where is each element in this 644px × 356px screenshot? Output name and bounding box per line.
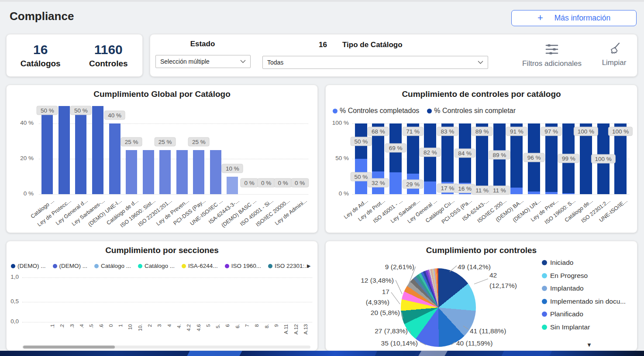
desktop-wallpaper-strip — [0, 351, 644, 356]
data-label: 100 % — [591, 154, 615, 164]
x-axis: Ley de Ad...Ley de Prot...ISO 45001 - ..… — [352, 195, 629, 232]
legend-dot-icon — [542, 286, 547, 291]
legend-item[interactable]: % Controles sin completar — [427, 107, 516, 115]
bar[interactable] — [143, 150, 154, 194]
wallpaper-shape — [415, 351, 449, 356]
data-label: 68 % — [368, 127, 389, 136]
legend-label: Sin Implantar — [550, 323, 590, 331]
legend-item[interactable]: Implantado — [542, 284, 584, 292]
stacked-bar-segment-completed[interactable] — [510, 188, 523, 194]
data-label: 32 % — [368, 178, 389, 188]
chart-title: Cumplimiento Global por Catálogo — [7, 89, 317, 99]
chart-cumplimiento-por-controles: Cumplimiento por controles 49 (14,2%)42(… — [325, 241, 637, 351]
sliders-icon — [544, 42, 560, 58]
data-label: 10 % — [222, 164, 243, 173]
legend-item[interactable]: % Controles completados — [333, 107, 419, 115]
data-label: 96 % — [523, 153, 545, 162]
pie-chart[interactable] — [401, 268, 476, 347]
x-axis-label: A.12 — [293, 324, 299, 335]
legend-more-arrow[interactable]: ▼ — [586, 342, 592, 348]
legend-item[interactable]: Sin Implantar — [542, 323, 590, 331]
bar[interactable] — [193, 150, 204, 194]
clear-filters-button[interactable]: Limpiar — [596, 41, 633, 67]
bar[interactable] — [126, 150, 137, 194]
x-axis-label: 4.6 — [196, 324, 201, 331]
data-label: 0 % — [291, 178, 309, 188]
plot-area: 40 %20 %0 %50 %50 %40 %25 %25 %25 %10 %0… — [39, 103, 308, 194]
estado-dropdown[interactable]: Selección múltiple — [155, 55, 251, 68]
chart-controles-por-catalogo: Cumplimiento de controles por catálogo %… — [325, 85, 637, 233]
x-axis-label: 2 — [147, 324, 152, 327]
x-axis-label: .6 — [99, 324, 104, 329]
data-label: 11 % — [489, 186, 510, 195]
gridline — [39, 194, 308, 195]
bar[interactable] — [176, 150, 188, 194]
y-axis-label: 20 % — [11, 155, 34, 161]
tipo-catalogo-dropdown[interactable]: Todas — [262, 56, 488, 69]
stacked-bar-segment-completed[interactable] — [528, 192, 540, 194]
legend-item[interactable]: Iniciado — [542, 259, 573, 267]
bar[interactable] — [92, 106, 103, 194]
pie-slice-label: 41 (11,88%) — [470, 326, 506, 336]
compliance-dashboard: Compliance + Más información 16 Catálogo… — [0, 0, 644, 356]
bar[interactable] — [59, 106, 70, 194]
data-label: 50 % — [70, 106, 92, 115]
stacked-bar-segment-completed[interactable] — [424, 181, 436, 194]
x-axis-label: Ley General ... — [406, 198, 438, 225]
data-label: 50 % — [350, 137, 372, 146]
x-axis-label: 1 — [118, 324, 123, 327]
stacked-bar-segment-completed[interactable] — [545, 192, 558, 194]
legend-label: En Progreso — [550, 272, 588, 280]
chart-legend: % Controles completados% Controles sin c… — [333, 107, 516, 115]
data-label: 29 % — [402, 179, 424, 188]
chart-title: Cumplimiento de controles por catálogo — [326, 89, 637, 99]
legend-label: Planificado — [550, 310, 583, 318]
y-axis-label: 50 % — [326, 155, 349, 161]
y-axis-label: 100 % — [326, 120, 349, 126]
legend-dot-icon — [542, 312, 547, 317]
bar[interactable] — [227, 177, 238, 194]
y-axis-label: 0 % — [11, 190, 34, 197]
x-axis: Catálogo ...Ley de Protecc...Ley General… — [39, 195, 308, 232]
stacked-bar-segment-completed[interactable] — [389, 172, 402, 194]
kpi-catalogos: 16 Catálogos — [7, 34, 75, 76]
bar[interactable] — [109, 123, 121, 194]
data-label: 0 % — [257, 178, 275, 188]
legend-item[interactable]: Planificado — [542, 310, 583, 318]
kpi-controles-label: Controles — [89, 59, 128, 68]
more-info-label: Más información — [554, 14, 610, 23]
legend-dot-icon — [542, 299, 547, 304]
bar[interactable] — [75, 106, 86, 194]
broom-icon — [607, 41, 621, 57]
kpi-catalogos-value: 16 — [33, 42, 48, 57]
bar[interactable] — [210, 150, 221, 194]
bar[interactable] — [159, 150, 171, 194]
x-axis-label: 8 — [254, 324, 259, 327]
legend-item[interactable]: En Progreso — [542, 272, 588, 280]
pie-slice-label: 35 (10,14%) — [381, 338, 418, 349]
legend-label: Iniciado — [550, 259, 573, 267]
tipo-catalogo-value: Todas — [267, 59, 478, 66]
pie-slice-label: 49 (14,2%) — [458, 262, 491, 272]
kpi-card: 16 Catálogos 1160 Controles — [6, 34, 143, 77]
gridline — [22, 277, 312, 278]
legend-label: Implementado sin docu... — [550, 298, 626, 305]
x-axis-label: 7 — [245, 324, 250, 327]
stacked-bar-segment-completed[interactable] — [562, 193, 575, 194]
kpi-catalogos-label: Catálogos — [21, 59, 61, 68]
x-axis-label: .5 — [89, 324, 94, 329]
x-axis-label: 4. — [176, 324, 182, 329]
more-info-button[interactable]: + Más información — [511, 10, 637, 26]
chart-title: Cumplimiento por controles — [326, 246, 637, 255]
legend-item[interactable]: Implementado sin docu... — [542, 298, 626, 305]
bar[interactable] — [41, 106, 53, 194]
legend-dot-icon — [427, 109, 432, 113]
horizontal-scrollbar-thumb[interactable] — [23, 346, 115, 349]
data-label: 25 % — [155, 137, 176, 147]
x-axis-label: 4 — [167, 324, 172, 327]
legend-dot-icon — [542, 273, 547, 278]
wallpaper-shape — [499, 351, 554, 356]
tipo-catalogo-count: 16 — [319, 41, 327, 49]
additional-filters-button[interactable]: Filtros adicionales — [513, 42, 591, 68]
x-axis-label: 5 — [206, 324, 211, 327]
